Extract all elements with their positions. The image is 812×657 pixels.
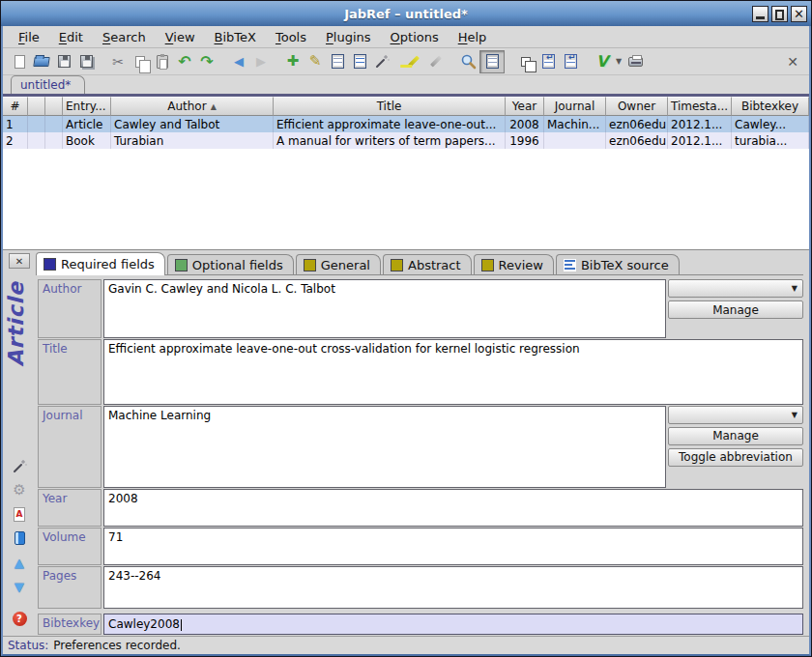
menu-help[interactable]: Help — [449, 28, 497, 46]
toolbar: ✂ ↶ ↷ ◀ ▶ ✚ ✎ — [3, 48, 809, 75]
edit-entry-icon[interactable]: ✎ — [304, 51, 326, 72]
menu-options[interactable]: Options — [381, 28, 449, 46]
maximize-icon — [775, 10, 784, 20]
col-header-number[interactable]: # — [3, 97, 28, 116]
open-pdf-icon[interactable]: A — [11, 506, 28, 522]
title-field[interactable]: Efficient approximate leave-one-out cros… — [103, 339, 803, 404]
open-database-icon[interactable] — [31, 51, 52, 72]
mark-entries-icon[interactable] — [403, 51, 424, 72]
col-header-icon1[interactable] — [28, 97, 45, 116]
close-button[interactable]: ✕ — [791, 6, 807, 22]
cell-title: Efficient approximate leave-one-out... — [274, 116, 506, 132]
tab-bibtex-source[interactable]: BibTeX source — [556, 254, 680, 274]
tab-general[interactable]: General — [296, 254, 381, 274]
bibtexkey-field[interactable]: Cawley2008 — [103, 614, 803, 635]
col-header-author[interactable]: Author ▲ — [111, 97, 274, 116]
col-header-title[interactable]: Title — [274, 97, 506, 116]
toggle-abbreviation-button[interactable]: Toggle abbreviation — [668, 448, 803, 467]
table-empty-area[interactable] — [3, 149, 809, 249]
cell-title: A manual for writers of term papers... — [274, 132, 506, 149]
menu-tools[interactable]: Tools — [266, 28, 316, 46]
tab-review[interactable]: Review — [474, 254, 554, 274]
source-lines-icon — [564, 259, 576, 271]
tab-abstract[interactable]: Abstract — [383, 254, 472, 274]
close-pane-icon[interactable]: ✕ — [782, 51, 803, 72]
back-icon[interactable]: ◀ — [228, 51, 249, 72]
table-row[interactable]: 1 Article Cawley and Talbot Efficient ap… — [3, 116, 809, 132]
push-to-application-icon[interactable]: V — [592, 51, 613, 72]
year-field[interactable]: 2008 — [103, 489, 803, 527]
menu-file[interactable]: File — [9, 28, 49, 46]
author-manage-button[interactable]: Manage — [668, 300, 803, 319]
title-bar[interactable]: JabRef – untitled* ✕ — [1, 1, 811, 26]
toggle-preview-icon[interactable] — [479, 50, 505, 73]
menu-bibtex[interactable]: BibTeX — [205, 28, 266, 46]
required-fields-icon — [44, 258, 56, 271]
journal-names-dropdown[interactable]: ▼ — [668, 406, 803, 424]
print-preview-icon[interactable] — [624, 51, 646, 72]
volume-field[interactable]: 71 — [103, 528, 803, 565]
paste-icon[interactable] — [152, 51, 173, 72]
author-field[interactable]: Gavin C. Cawley and Nicola L. C. Talbot — [103, 279, 666, 338]
col-header-journal[interactable]: Journal — [544, 97, 606, 116]
cut-icon[interactable]: ✂ — [107, 51, 129, 72]
cell-number: 2 — [3, 132, 28, 149]
entry-editor-side-strip: ✕ Article ⚙ A ▲ ▼ ? — [3, 250, 36, 636]
status-message: Preferences recorded. — [53, 639, 181, 652]
open-note-icon[interactable] — [11, 530, 28, 546]
cell-entrytype: Article — [63, 116, 111, 132]
tab-optional-fields[interactable]: Optional fields — [167, 254, 294, 274]
duplicate-entry-icon[interactable] — [515, 51, 536, 72]
bibtexkey-label: Bibtexkey — [38, 614, 102, 635]
generate-key-wand-icon[interactable] — [11, 458, 28, 473]
database-tab-untitled[interactable]: untitled* — [11, 75, 85, 94]
save-all-icon[interactable] — [75, 51, 97, 72]
edit-strings-icon[interactable] — [349, 51, 370, 72]
journal-label: Journal — [38, 406, 102, 488]
save-database-icon[interactable] — [53, 51, 74, 72]
copy-icon[interactable] — [130, 51, 151, 72]
menu-plugins[interactable]: Plugins — [316, 28, 381, 46]
sort-ascending-icon: ▲ — [211, 102, 217, 111]
redo-icon[interactable]: ↷ — [196, 51, 218, 72]
close-editor-button[interactable]: ✕ — [9, 253, 30, 269]
tab-required-fields[interactable]: Required fields — [36, 252, 165, 275]
col-header-year[interactable]: Year — [506, 97, 544, 116]
maximize-button[interactable] — [771, 6, 788, 22]
journal-manage-button[interactable]: Manage — [668, 427, 803, 445]
cell-author: Cawley and Talbot — [111, 116, 274, 132]
forward-icon[interactable]: ▶ — [250, 51, 272, 72]
col-header-bibtexkey[interactable]: Bibtexkey — [732, 97, 809, 116]
cell-journal — [544, 132, 606, 149]
menu-edit[interactable]: Edit — [49, 28, 93, 46]
new-database-icon[interactable] — [9, 51, 30, 72]
required-fields-panel: Author Gavin C. Cawley and Nicola L. C. … — [36, 275, 803, 636]
menu-search[interactable]: Search — [93, 28, 156, 46]
table-row[interactable]: 2 Book Turabian A manual for writers of … — [3, 132, 809, 149]
push-dropdown-icon[interactable]: ▼ — [614, 51, 624, 72]
unmark-entries-icon[interactable] — [425, 51, 447, 72]
help-icon[interactable]: ? — [11, 611, 28, 626]
pages-field[interactable]: 243--264 — [103, 566, 803, 610]
col-header-owner[interactable]: Owner — [606, 97, 668, 116]
import-into-new-icon[interactable] — [560, 51, 581, 72]
search-icon[interactable] — [457, 51, 478, 72]
col-header-icon2[interactable] — [45, 97, 63, 116]
editor-tab-bar: Required fields Optional fields General … — [36, 250, 803, 275]
autoset-links-gear-icon[interactable]: ⚙ — [11, 482, 28, 498]
import-into-current-icon[interactable] — [537, 51, 559, 72]
menu-view[interactable]: View — [156, 28, 205, 46]
new-entry-icon[interactable]: ✚ — [282, 51, 304, 72]
menu-bar: File Edit Search View BibTeX Tools Plugi… — [3, 26, 809, 48]
edit-preamble-icon[interactable] — [327, 51, 348, 72]
author-names-dropdown[interactable]: ▼ — [668, 279, 803, 298]
previous-entry-icon[interactable]: ▲ — [11, 555, 28, 570]
col-header-entrytype[interactable]: Entry... — [63, 97, 111, 116]
title-label: Title — [38, 339, 102, 404]
next-entry-icon[interactable]: ▼ — [11, 579, 28, 594]
journal-field[interactable]: Machine Learning — [103, 406, 666, 488]
col-header-timestamp[interactable]: Timesta... — [668, 97, 732, 116]
minimize-button[interactable] — [752, 6, 768, 22]
undo-icon[interactable]: ↶ — [174, 51, 195, 72]
cleanup-wand-icon[interactable] — [371, 51, 392, 72]
